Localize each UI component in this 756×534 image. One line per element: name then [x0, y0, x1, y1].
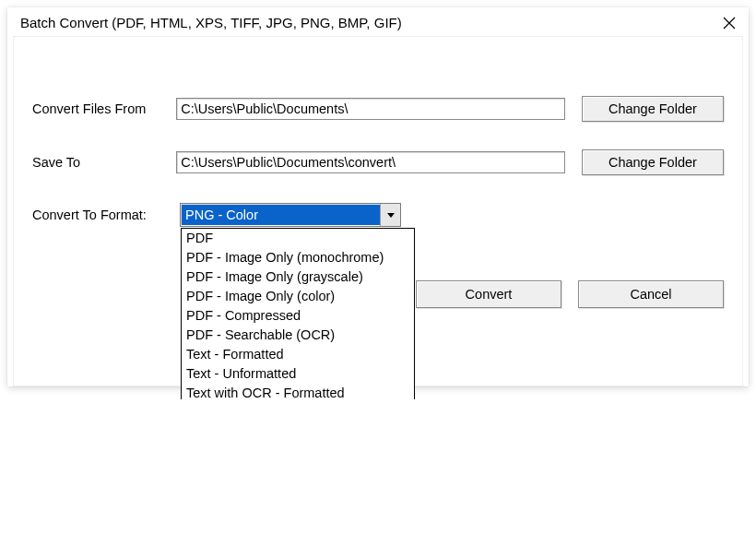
change-folder-to-button[interactable]: Change Folder	[582, 149, 724, 175]
chevron-down-icon[interactable]	[380, 204, 400, 226]
save-to-row: Save To Change Folder	[32, 149, 724, 175]
format-row: Convert To Format: PNG - Color PDFPDF - …	[32, 203, 724, 227]
dropdown-item[interactable]: PDF - Image Only (grayscale)	[182, 267, 414, 287]
save-to-field[interactable]	[176, 151, 565, 173]
dropdown-item[interactable]: Text - Unformatted	[182, 364, 414, 384]
format-label: Convert To Format:	[32, 208, 180, 222]
format-combo-value: PNG - Color	[182, 205, 380, 225]
format-dropdown-list[interactable]: PDFPDF - Image Only (monochrome)PDF - Im…	[181, 228, 415, 399]
window-title: Batch Convert (PDF, HTML, XPS, TIFF, JPG…	[20, 15, 402, 30]
dropdown-item[interactable]: PDF - Searchable (OCR)	[182, 326, 414, 345]
cancel-button[interactable]: Cancel	[578, 280, 724, 308]
dropdown-item[interactable]: PDF - Image Only (color)	[182, 287, 414, 306]
dropdown-item[interactable]: PDF - Image Only (monochrome)	[182, 248, 414, 267]
format-combo[interactable]: PNG - Color PDFPDF - Image Only (monochr…	[180, 203, 401, 227]
dropdown-item[interactable]: PDF	[182, 229, 414, 248]
change-folder-from-button[interactable]: Change Folder	[582, 96, 724, 122]
dropdown-item[interactable]: Text - Formatted	[182, 345, 414, 364]
convert-from-field[interactable]	[176, 98, 565, 120]
dropdown-item[interactable]: Text with OCR - Formatted	[182, 384, 414, 399]
close-icon[interactable]	[723, 17, 736, 30]
convert-from-row: Convert Files From Change Folder	[32, 96, 724, 122]
action-button-row: Convert Cancel	[416, 280, 724, 308]
titlebar: Batch Convert (PDF, HTML, XPS, TIFF, JPG…	[7, 7, 749, 36]
save-to-label: Save To	[32, 155, 176, 170]
convert-from-label: Convert Files From	[32, 101, 176, 116]
dialog-body: Convert Files From Change Folder Save To…	[13, 36, 743, 386]
dialog-window: Batch Convert (PDF, HTML, XPS, TIFF, JPG…	[7, 7, 749, 386]
dropdown-item[interactable]: PDF - Compressed	[182, 306, 414, 326]
convert-button[interactable]: Convert	[416, 280, 561, 308]
